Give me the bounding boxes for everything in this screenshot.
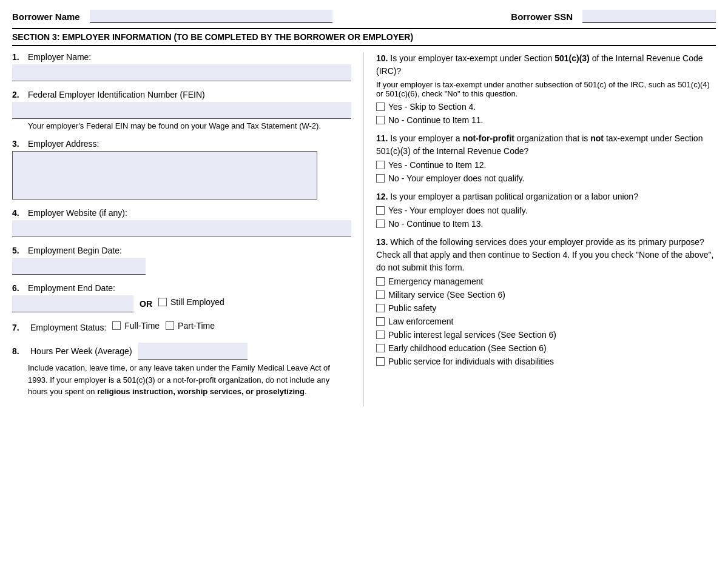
section-title: SECTION 3: EMPLOYER INFORMATION (TO BE C… xyxy=(12,28,716,46)
hours-per-week-input[interactable] xyxy=(138,343,248,360)
item-10-no-text: No - Continue to Item 11. xyxy=(388,115,483,125)
or-label: OR xyxy=(140,299,152,309)
item-13-public-safety-checkbox[interactable] xyxy=(376,304,385,312)
employer-address-input[interactable] xyxy=(12,151,317,200)
item-11-number: 11. xyxy=(376,133,390,143)
fein-input[interactable] xyxy=(12,102,351,119)
item-8-note: Include vacation, leave time, or any lea… xyxy=(28,362,351,398)
item-2-helper: Your employer's Federal EIN may be found… xyxy=(28,121,351,130)
header: Borrower Name Borrower SSN xyxy=(12,10,716,23)
item-10-yes-checkbox[interactable] xyxy=(376,102,385,111)
item-8: 8. Hours Per Week (Average) Include vaca… xyxy=(12,343,351,398)
item-4: 4. Employer Website (if any): xyxy=(12,208,351,237)
item-10-no-label[interactable]: No - Continue to Item 11. xyxy=(376,115,716,125)
item-13-disabilities-text: Public service for individuals with disa… xyxy=(388,357,554,366)
item-2-number: 2. xyxy=(12,90,24,99)
item-12-no-checkbox[interactable] xyxy=(376,220,385,228)
item-4-label: Employer Website (if any): xyxy=(28,208,127,218)
left-column: 1. Employer Name: 2. Federal Employer Id… xyxy=(12,52,364,406)
item-11-yes-checkbox[interactable] xyxy=(376,161,385,169)
item-8-label: Hours Per Week (Average) xyxy=(30,346,132,356)
item-13-emergency-checkbox[interactable] xyxy=(376,277,385,286)
item-13-number: 13. xyxy=(376,237,390,247)
full-time-label[interactable]: Full-Time xyxy=(112,321,160,331)
item-4-number: 4. xyxy=(12,208,24,218)
item-13-public-safety-label[interactable]: Public safety xyxy=(376,303,716,313)
full-time-checkbox[interactable] xyxy=(112,321,121,330)
item-13-legal-services-label[interactable]: Public interest legal services (See Sect… xyxy=(376,330,716,340)
item-12-no-text: No - Continue to Item 13. xyxy=(388,219,483,229)
item-13-military-checkbox[interactable] xyxy=(376,290,385,299)
right-column: 10. Is your employer tax-exempt under Se… xyxy=(364,52,716,406)
item-3-number: 3. xyxy=(12,139,24,149)
item-11-no-text: No - Your employer does not qualify. xyxy=(388,173,525,183)
item-11-yes-label[interactable]: Yes - Continue to Item 12. xyxy=(376,160,716,170)
borrower-ssn-label: Borrower SSN xyxy=(511,12,573,22)
form-body: 1. Employer Name: 2. Federal Employer Id… xyxy=(12,52,716,406)
employer-website-input[interactable] xyxy=(12,220,351,237)
item-1-number: 1. xyxy=(12,52,24,62)
item-10-number: 10. xyxy=(376,53,390,63)
item-5-label: Employment Begin Date: xyxy=(28,246,122,255)
part-time-text: Part-Time xyxy=(178,321,215,331)
item-12-number: 12. xyxy=(376,192,390,201)
item-7-label: Employment Status: xyxy=(30,323,106,332)
item-7-number: 7. xyxy=(12,323,24,332)
part-time-label[interactable]: Part-Time xyxy=(166,321,215,331)
item-2-label: Federal Employer Identification Number (… xyxy=(28,90,205,99)
employment-begin-date-input[interactable] xyxy=(12,258,146,275)
item-10-subtext: If your employer is tax-exempt under ano… xyxy=(376,80,716,98)
item-13-early-childhood-label[interactable]: Early childhood education (See Section 6… xyxy=(376,343,716,353)
item-12-yes-text: Yes - Your employer does not qualify. xyxy=(388,206,528,215)
item-6-label: Employment End Date: xyxy=(28,283,115,293)
item-10-yes-text: Yes - Skip to Section 4. xyxy=(388,102,476,112)
item-13-disabilities-label[interactable]: Public service for individuals with disa… xyxy=(376,357,716,366)
item-13-law-enforcement-checkbox[interactable] xyxy=(376,317,385,326)
still-employed-checkbox-label[interactable]: Still Employed xyxy=(158,297,224,307)
still-employed-label: Still Employed xyxy=(170,297,224,307)
item-5-number: 5. xyxy=(12,246,24,255)
item-10: 10. Is your employer tax-exempt under Se… xyxy=(376,52,716,125)
still-employed-checkbox[interactable] xyxy=(158,298,167,306)
item-5: 5. Employment Begin Date: xyxy=(12,246,351,275)
item-12-no-label[interactable]: No - Continue to Item 13. xyxy=(376,219,716,229)
item-12-yes-checkbox[interactable] xyxy=(376,206,385,215)
item-11-no-checkbox[interactable] xyxy=(376,174,385,183)
item-10-no-checkbox[interactable] xyxy=(376,116,385,124)
item-7: 7. Employment Status: Full-Time Part-Tim… xyxy=(12,321,351,334)
borrower-name-input[interactable] xyxy=(90,10,332,23)
item-6: 6. Employment End Date: OR Still Employe… xyxy=(12,283,351,312)
borrower-name-label: Borrower Name xyxy=(12,12,80,22)
item-1: 1. Employer Name: xyxy=(12,52,351,81)
item-13-legal-services-checkbox[interactable] xyxy=(376,331,385,339)
employer-name-input[interactable] xyxy=(12,64,351,81)
item-8-number: 8. xyxy=(12,346,24,356)
item-13-early-childhood-checkbox[interactable] xyxy=(376,344,385,352)
item-11: 11. Is your employer a not-for-profit or… xyxy=(376,132,716,183)
item-12: 12. Is your employer a partisan politica… xyxy=(376,190,716,229)
item-13-emergency-label[interactable]: Emergency management xyxy=(376,277,716,286)
employment-end-date-input[interactable] xyxy=(12,295,133,312)
item-13-early-childhood-text: Early childhood education (See Section 6… xyxy=(388,343,547,353)
item-3: 3. Employer Address: xyxy=(12,139,351,200)
item-3-label: Employer Address: xyxy=(28,139,99,149)
item-13-public-safety-text: Public safety xyxy=(388,303,436,313)
item-10-yes-label[interactable]: Yes - Skip to Section 4. xyxy=(376,102,716,112)
item-12-yes-label[interactable]: Yes - Your employer does not qualify. xyxy=(376,206,716,215)
item-1-label: Employer Name: xyxy=(28,52,91,62)
item-13-military-label[interactable]: Military service (See Section 6) xyxy=(376,290,716,300)
item-13-law-enforcement-label[interactable]: Law enforcement xyxy=(376,317,716,326)
item-11-yes-text: Yes - Continue to Item 12. xyxy=(388,160,486,170)
item-13-emergency-text: Emergency management xyxy=(388,277,483,286)
part-time-checkbox[interactable] xyxy=(166,321,174,330)
item-2: 2. Federal Employer Identification Numbe… xyxy=(12,90,351,130)
item-13-disabilities-checkbox[interactable] xyxy=(376,357,385,366)
item-6-number: 6. xyxy=(12,283,24,293)
borrower-ssn-input[interactable] xyxy=(582,10,716,23)
item-11-no-label[interactable]: No - Your employer does not qualify. xyxy=(376,173,716,183)
full-time-text: Full-Time xyxy=(124,321,160,331)
item-13-law-enforcement-text: Law enforcement xyxy=(388,317,453,326)
item-13-legal-services-text: Public interest legal services (See Sect… xyxy=(388,330,556,340)
item-13-military-text: Military service (See Section 6) xyxy=(388,290,505,300)
item-13: 13. Which of the following services does… xyxy=(376,236,716,366)
